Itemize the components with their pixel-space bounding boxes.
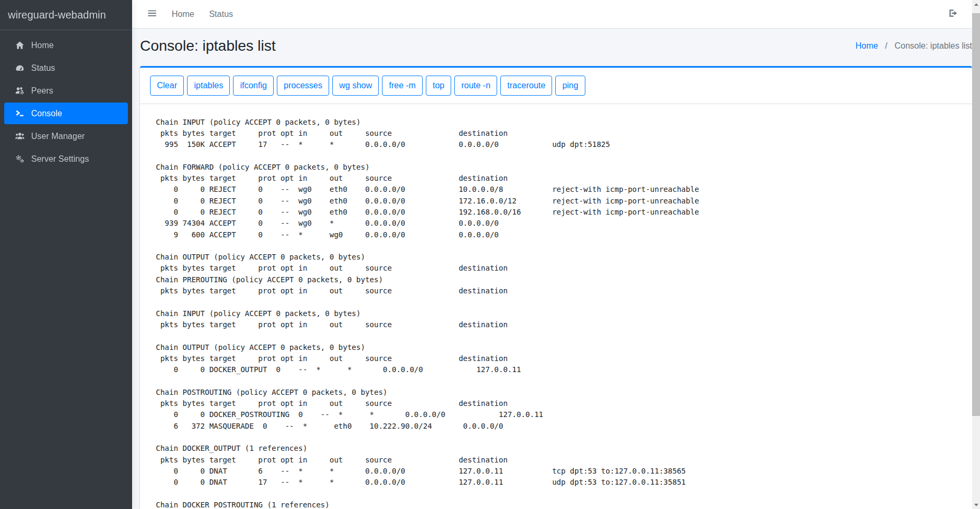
sidebar-item-label: Server Settings xyxy=(31,154,89,164)
sidebar-item-label: User Manager xyxy=(31,132,85,141)
navbar-link-home[interactable]: Home xyxy=(164,10,202,19)
processes-button[interactable]: processes xyxy=(277,76,329,96)
navbar-link-status[interactable]: Status xyxy=(202,10,240,19)
content-header: Console: iptables list Home / Console: i… xyxy=(140,29,972,55)
clear-button[interactable]: Clear xyxy=(150,76,184,96)
sidebar-item-user-manager[interactable]: User Manager xyxy=(4,125,128,147)
users-icon xyxy=(15,132,25,141)
sidebar-item-server-settings[interactable]: Server Settings xyxy=(4,148,128,170)
tachometer-icon xyxy=(15,63,25,73)
sidebar: wireguard-webadmin Home Status Peers Con… xyxy=(0,0,132,509)
iptables-button[interactable]: iptables xyxy=(187,76,230,96)
scrollbar-down-arrow[interactable] xyxy=(972,501,980,509)
breadcrumb-home-link[interactable]: Home xyxy=(855,41,878,50)
scrollbar-up-arrow[interactable] xyxy=(972,0,980,8)
breadcrumb-separator: / xyxy=(885,41,887,50)
sidebar-item-label: Home xyxy=(31,41,54,50)
sidebar-item-status[interactable]: Status xyxy=(4,57,128,79)
scrollbar-thumb[interactable] xyxy=(972,13,980,416)
top-button[interactable]: top xyxy=(426,76,451,96)
ifconfig-button[interactable]: ifconfig xyxy=(233,76,274,96)
users-gear-icon xyxy=(15,86,25,96)
scrollbar[interactable] xyxy=(972,0,980,509)
sidebar-item-label: Console xyxy=(31,109,62,118)
page-title: Console: iptables list xyxy=(140,37,276,55)
route-n-button[interactable]: route -n xyxy=(454,76,497,96)
sidebar-item-console[interactable]: Console xyxy=(4,103,128,124)
logout-button[interactable] xyxy=(941,0,965,28)
console-card-body: Chain INPUT (policy ACCEPT 0 packets, 0 … xyxy=(140,104,972,509)
command-toolbar: Clear iptables ifconfig processes wg sho… xyxy=(140,68,972,104)
terminal-icon xyxy=(15,109,25,118)
sidebar-item-home[interactable]: Home xyxy=(4,34,128,56)
sidebar-item-label: Status xyxy=(31,63,55,73)
top-navbar: Home Status xyxy=(132,0,980,29)
sidebar-item-label: Peers xyxy=(31,86,53,96)
console-output: Chain INPUT (policy ACCEPT 0 packets, 0 … xyxy=(156,117,962,509)
wg-show-button[interactable]: wg show xyxy=(332,76,379,96)
console-card: Clear iptables ifconfig processes wg sho… xyxy=(140,66,972,509)
free-m-button[interactable]: free -m xyxy=(382,76,423,96)
home-icon xyxy=(15,41,25,50)
brand-link[interactable]: wireguard-webadmin xyxy=(0,0,132,30)
gears-icon xyxy=(15,154,25,164)
sidebar-item-peers[interactable]: Peers xyxy=(4,80,128,101)
ping-button[interactable]: ping xyxy=(555,76,585,96)
breadcrumb: Home / Console: iptables list xyxy=(855,41,972,51)
breadcrumb-current: Console: iptables list xyxy=(894,41,972,50)
sidebar-toggle-button[interactable] xyxy=(140,0,164,28)
hamburger-icon xyxy=(147,8,157,20)
content-area: Console: iptables list Home / Console: i… xyxy=(132,29,980,509)
traceroute-button[interactable]: traceroute xyxy=(500,76,552,96)
sign-out-icon xyxy=(948,8,958,20)
sidebar-nav: Home Status Peers Console User Manager xyxy=(0,30,132,174)
